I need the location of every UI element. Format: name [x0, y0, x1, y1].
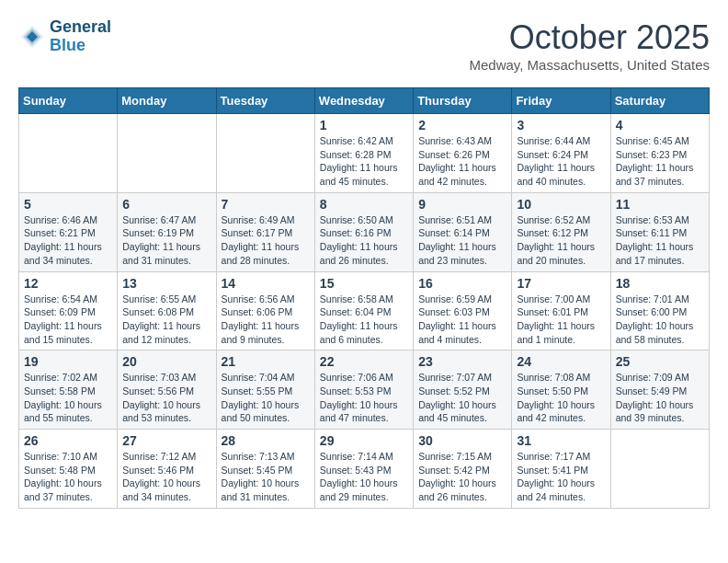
- day-number: 9: [418, 197, 506, 212]
- day-cell: 4Sunrise: 6:45 AMSunset: 6:23 PMDaylight…: [610, 114, 709, 193]
- day-number: 10: [517, 197, 605, 212]
- day-number: 1: [320, 118, 408, 132]
- day-cell: 10Sunrise: 6:52 AMSunset: 6:12 PMDayligh…: [512, 192, 610, 271]
- day-number: 19: [24, 354, 112, 369]
- day-number: 11: [616, 197, 704, 212]
- day-info: Sunrise: 7:15 AMSunset: 5:42 PMDaylight:…: [418, 450, 506, 504]
- day-number: 23: [418, 354, 506, 369]
- logo: General Blue: [18, 18, 111, 55]
- page-header: General Blue October 2025 Medway, Massac…: [18, 18, 710, 73]
- day-cell: 30Sunrise: 7:15 AMSunset: 5:42 PMDayligh…: [414, 430, 512, 509]
- day-cell: 25Sunrise: 7:09 AMSunset: 5:49 PMDayligh…: [610, 350, 709, 430]
- header-cell-thursday: Thursday: [414, 88, 512, 114]
- day-cell: 6Sunrise: 6:47 AMSunset: 6:19 PMDaylight…: [118, 192, 216, 271]
- day-number: 25: [616, 354, 704, 369]
- day-info: Sunrise: 6:51 AMSunset: 6:14 PMDaylight:…: [418, 213, 506, 268]
- day-cell: 16Sunrise: 6:59 AMSunset: 6:03 PMDayligh…: [414, 271, 512, 350]
- day-number: 28: [222, 433, 310, 448]
- day-info: Sunrise: 6:53 AMSunset: 6:11 PMDaylight:…: [616, 213, 704, 268]
- month-title: October 2025: [469, 18, 710, 57]
- location: Medway, Massachusetts, United States: [469, 57, 710, 73]
- day-number: 7: [222, 197, 310, 212]
- day-number: 4: [616, 118, 704, 132]
- day-number: 3: [517, 118, 605, 132]
- header-cell-monday: Monday: [118, 88, 216, 114]
- day-cell: 22Sunrise: 7:06 AMSunset: 5:53 PMDayligh…: [314, 350, 413, 430]
- day-cell: [610, 430, 709, 509]
- day-info: Sunrise: 6:49 AMSunset: 6:17 PMDaylight:…: [222, 213, 310, 268]
- day-info: Sunrise: 6:47 AMSunset: 6:19 PMDaylight:…: [122, 213, 210, 268]
- day-info: Sunrise: 7:06 AMSunset: 5:53 PMDaylight:…: [320, 371, 408, 425]
- day-number: 24: [517, 354, 605, 369]
- day-info: Sunrise: 6:42 AMSunset: 6:28 PMDaylight:…: [320, 134, 408, 189]
- day-info: Sunrise: 6:52 AMSunset: 6:12 PMDaylight:…: [517, 213, 605, 268]
- day-number: 30: [418, 433, 506, 448]
- header-cell-tuesday: Tuesday: [216, 88, 314, 114]
- logo-line1: General: [50, 18, 111, 37]
- day-number: 17: [517, 276, 605, 291]
- day-info: Sunrise: 6:54 AMSunset: 6:09 PMDaylight:…: [24, 293, 112, 347]
- day-cell: 26Sunrise: 7:10 AMSunset: 5:48 PMDayligh…: [19, 430, 118, 509]
- day-info: Sunrise: 6:43 AMSunset: 6:26 PMDaylight:…: [418, 134, 506, 189]
- day-info: Sunrise: 7:03 AMSunset: 5:56 PMDaylight:…: [122, 371, 210, 425]
- day-cell: 2Sunrise: 6:43 AMSunset: 6:26 PMDaylight…: [414, 114, 512, 193]
- day-number: 31: [517, 433, 605, 448]
- logo-line2: Blue: [50, 37, 111, 55]
- title-block: October 2025 Medway, Massachusetts, Unit…: [469, 18, 710, 73]
- calendar-table: SundayMondayTuesdayWednesdayThursdayFrid…: [18, 87, 710, 509]
- day-info: Sunrise: 7:07 AMSunset: 5:52 PMDaylight:…: [418, 371, 506, 425]
- day-number: 2: [418, 118, 506, 132]
- day-cell: 7Sunrise: 6:49 AMSunset: 6:17 PMDaylight…: [216, 192, 314, 271]
- day-info: Sunrise: 7:10 AMSunset: 5:48 PMDaylight:…: [24, 450, 112, 504]
- logo-text: General Blue: [50, 18, 111, 55]
- day-info: Sunrise: 7:02 AMSunset: 5:58 PMDaylight:…: [24, 371, 112, 425]
- day-cell: 23Sunrise: 7:07 AMSunset: 5:52 PMDayligh…: [414, 350, 512, 430]
- day-cell: 1Sunrise: 6:42 AMSunset: 6:28 PMDaylight…: [314, 114, 413, 193]
- header-cell-saturday: Saturday: [610, 88, 709, 114]
- day-number: 16: [418, 276, 506, 291]
- day-cell: 21Sunrise: 7:04 AMSunset: 5:55 PMDayligh…: [216, 350, 314, 430]
- day-cell: 20Sunrise: 7:03 AMSunset: 5:56 PMDayligh…: [118, 350, 216, 430]
- day-info: Sunrise: 6:58 AMSunset: 6:04 PMDaylight:…: [320, 293, 408, 347]
- day-cell: 29Sunrise: 7:14 AMSunset: 5:43 PMDayligh…: [314, 430, 413, 509]
- header-cell-friday: Friday: [512, 88, 610, 114]
- day-number: 13: [122, 276, 210, 291]
- day-number: 5: [24, 197, 112, 212]
- header-cell-wednesday: Wednesday: [314, 88, 413, 114]
- day-cell: 18Sunrise: 7:01 AMSunset: 6:00 PMDayligh…: [610, 271, 709, 350]
- day-number: 22: [320, 354, 408, 369]
- logo-icon: [18, 23, 46, 51]
- day-number: 14: [222, 276, 310, 291]
- day-info: Sunrise: 6:46 AMSunset: 6:21 PMDaylight:…: [24, 213, 112, 268]
- day-number: 18: [616, 276, 704, 291]
- day-cell: 19Sunrise: 7:02 AMSunset: 5:58 PMDayligh…: [19, 350, 118, 430]
- day-info: Sunrise: 7:17 AMSunset: 5:41 PMDaylight:…: [517, 450, 605, 504]
- day-info: Sunrise: 7:13 AMSunset: 5:45 PMDaylight:…: [222, 450, 310, 504]
- day-info: Sunrise: 6:44 AMSunset: 6:24 PMDaylight:…: [517, 134, 605, 189]
- day-cell: 17Sunrise: 7:00 AMSunset: 6:01 PMDayligh…: [512, 271, 610, 350]
- day-info: Sunrise: 6:50 AMSunset: 6:16 PMDaylight:…: [320, 213, 408, 268]
- week-row-4: 19Sunrise: 7:02 AMSunset: 5:58 PMDayligh…: [19, 350, 710, 430]
- day-cell: 31Sunrise: 7:17 AMSunset: 5:41 PMDayligh…: [512, 430, 610, 509]
- day-info: Sunrise: 6:55 AMSunset: 6:08 PMDaylight:…: [122, 293, 210, 347]
- day-number: 12: [24, 276, 112, 291]
- day-cell: 11Sunrise: 6:53 AMSunset: 6:11 PMDayligh…: [610, 192, 709, 271]
- day-cell: 28Sunrise: 7:13 AMSunset: 5:45 PMDayligh…: [216, 430, 314, 509]
- day-info: Sunrise: 6:45 AMSunset: 6:23 PMDaylight:…: [616, 134, 704, 189]
- day-info: Sunrise: 6:59 AMSunset: 6:03 PMDaylight:…: [418, 293, 506, 347]
- day-number: 15: [320, 276, 408, 291]
- day-info: Sunrise: 7:01 AMSunset: 6:00 PMDaylight:…: [616, 293, 704, 347]
- day-number: 26: [24, 433, 112, 448]
- week-row-2: 5Sunrise: 6:46 AMSunset: 6:21 PMDaylight…: [19, 192, 710, 271]
- day-cell: 9Sunrise: 6:51 AMSunset: 6:14 PMDaylight…: [414, 192, 512, 271]
- day-info: Sunrise: 7:08 AMSunset: 5:50 PMDaylight:…: [517, 371, 605, 425]
- day-cell: 5Sunrise: 6:46 AMSunset: 6:21 PMDaylight…: [19, 192, 118, 271]
- day-info: Sunrise: 6:56 AMSunset: 6:06 PMDaylight:…: [222, 293, 310, 347]
- day-number: 8: [320, 197, 408, 212]
- day-info: Sunrise: 7:00 AMSunset: 6:01 PMDaylight:…: [517, 293, 605, 347]
- day-number: 6: [122, 197, 210, 212]
- day-cell: [118, 114, 216, 193]
- week-row-3: 12Sunrise: 6:54 AMSunset: 6:09 PMDayligh…: [19, 271, 710, 350]
- day-info: Sunrise: 7:04 AMSunset: 5:55 PMDaylight:…: [222, 371, 310, 425]
- day-number: 27: [122, 433, 210, 448]
